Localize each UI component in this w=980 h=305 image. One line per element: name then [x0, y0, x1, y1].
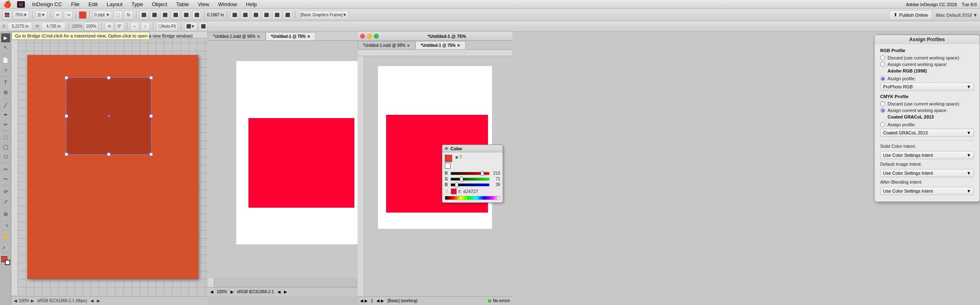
publish-online-btn[interactable]: ⬆ Publish Online [889, 10, 932, 20]
doc2-next-btn[interactable]: ▶ [231, 290, 234, 294]
fx-btn[interactable]: fx [124, 11, 133, 20]
menu-view[interactable]: View [196, 0, 211, 8]
cmyk-assign-working-radio[interactable] [880, 108, 885, 113]
stroke-swatch-small[interactable] [445, 163, 450, 169]
auto-fit-check[interactable]: ☐ Auto-Fit [156, 22, 178, 31]
fill-color-swatch[interactable] [79, 11, 86, 19]
scroll-right-btn[interactable]: ▶ [97, 298, 100, 303]
doc2-scroll-l[interactable]: ◀ [277, 290, 281, 294]
maximize-btn-3[interactable] [374, 34, 379, 39]
after-blending-intent-dropdown[interactable]: Use Color Settings Intent ▼ [880, 187, 974, 195]
menu-layout[interactable]: Layout [105, 0, 124, 8]
menu-object[interactable]: Object [150, 0, 169, 8]
menu-edit[interactable]: Edit [87, 0, 99, 8]
align-bottom-btn[interactable]: ⬛ [192, 11, 201, 20]
eyedropper-tool[interactable]: 🔍 [1, 219, 10, 228]
distribute3-btn[interactable]: ⬛ [251, 11, 260, 20]
gamut-alert-swatch[interactable] [451, 189, 457, 194]
direct-select-tool[interactable]: ↖ [1, 43, 10, 52]
y-value-input[interactable]: 4.705 in [41, 22, 66, 31]
doc-tab-3-2[interactable]: *Untitled-1 @ 75% ✕ [415, 41, 466, 49]
doc2-scroll-r[interactable]: ▶ [284, 290, 287, 294]
close-btn-3[interactable] [360, 34, 365, 39]
next-page-btn[interactable]: ▶ [31, 298, 34, 303]
doc3-nav2[interactable]: ◀ ▶ [376, 298, 384, 303]
rgb-discard-row[interactable]: Discard (use current working space) [880, 55, 974, 60]
close-tab-2-2[interactable]: ✕ [307, 35, 310, 39]
doc3-nav-btns[interactable]: ◀ ▶ [360, 298, 368, 303]
doc-tab-2-1[interactable]: *Untitled-1.indd @ 98% ✕ [208, 32, 266, 40]
use-spacing-btn[interactable]: ⬛ [199, 22, 208, 31]
scale-tool[interactable]: ⤢ [1, 197, 10, 206]
status-zoom-area[interactable]: ◀ 100% ▶ [14, 298, 34, 303]
menu-table[interactable]: Table [175, 0, 191, 8]
handle-bot-right[interactable] [149, 153, 153, 156]
page-tool[interactable]: 📄 [1, 56, 10, 65]
default-image-intent-dropdown[interactable]: Use Color Settings Intent ▼ [880, 169, 974, 177]
distribute6-btn[interactable]: ⬛ [283, 11, 292, 20]
scissors-tool[interactable]: ✂ [1, 165, 10, 174]
align-right-btn[interactable]: ⬛ [160, 11, 169, 20]
handle-top-left[interactable] [65, 76, 68, 79]
r-thumb[interactable] [481, 171, 484, 176]
fill-stroke-indicator[interactable] [1, 256, 10, 265]
handle-bot-center[interactable] [107, 153, 110, 156]
cmyk-assign-profile-radio[interactable] [880, 122, 885, 127]
x-value-input[interactable]: 5.2275 in [8, 22, 32, 31]
undo-btn[interactable]: ↩ [53, 11, 62, 20]
main-canvas-area[interactable] [18, 38, 208, 295]
color-panel-close[interactable]: ✕ [445, 147, 448, 151]
minimize-btn-3[interactable] [367, 34, 372, 39]
color-mode-icon2[interactable]: T [459, 155, 462, 160]
align-center-h-btn[interactable]: ⬛ [150, 11, 159, 20]
menu-window[interactable]: Window [217, 0, 239, 8]
menu-help[interactable]: Help [244, 0, 259, 8]
rect-tool[interactable]: ⬚ [1, 133, 10, 142]
distribute-btn[interactable]: ⬛ [230, 11, 239, 20]
handle-top-right[interactable] [149, 76, 153, 79]
close-tab-2-1[interactable]: ✕ [257, 35, 260, 39]
align-left-btn[interactable]: ⬛ [139, 11, 148, 20]
handle-bot-left[interactable] [65, 153, 68, 156]
rgb-assign-profile-radio[interactable] [880, 76, 885, 81]
flip-v-btn[interactable]: ↕ [141, 22, 150, 31]
handle-mid-left[interactable] [65, 114, 68, 118]
menu-file[interactable]: File [69, 0, 81, 8]
rotation-btn[interactable]: ⟲ [105, 22, 114, 31]
color-gradient-bar[interactable] [445, 196, 500, 200]
doc-tab-2-2[interactable]: *Untitled-1 @ 75% ✕ [266, 32, 316, 40]
zoom-tool[interactable]: 🔎 [1, 242, 10, 251]
view-options-btn[interactable]: ☰▼ [35, 11, 47, 20]
align-top-btn[interactable]: ⬛ [171, 11, 180, 20]
scroll-left-btn[interactable]: ◀ [90, 298, 94, 303]
rgb-assign-profile-row[interactable]: Assign profile: [880, 76, 974, 81]
r-slider[interactable] [450, 172, 490, 175]
b-slider[interactable] [450, 183, 490, 187]
pencil-tool[interactable]: ✏ [1, 120, 10, 129]
text-tool[interactable]: T [1, 78, 10, 87]
ellipse-tool[interactable]: ◯ [1, 143, 10, 151]
redo-btn[interactable]: ↪ [64, 11, 73, 20]
stroke-box[interactable] [5, 260, 10, 265]
doc-tab-3-1[interactable]: *Untitled-1.indd @ 98% ✕ [358, 41, 415, 49]
stroke-weight-btn[interactable]: 0 pt pt ▼ [92, 11, 112, 20]
cmyk-discard-radio[interactable] [880, 101, 885, 106]
cmyk-assign-working-row[interactable]: Assign current working space: [880, 108, 974, 113]
rotate-tool[interactable]: ⟳ [1, 187, 10, 196]
hand-tool[interactable]: ✋ [1, 232, 10, 241]
distribute4-btn[interactable]: ⬛ [262, 11, 271, 20]
prev-page-btn[interactable]: ◀ [14, 298, 17, 303]
align-center-v-btn[interactable]: ⬛ [182, 11, 191, 20]
fill-swatch-main[interactable] [445, 155, 452, 162]
polygon-tool[interactable]: ⬡ [1, 152, 10, 161]
rotation-value-input[interactable]: 0° [115, 22, 124, 31]
align-to-btn[interactable]: ⬛▼ [184, 22, 197, 31]
free-transform-tool[interactable]: ⊞ [1, 210, 10, 219]
pen-tool[interactable]: ✒ [1, 110, 10, 119]
profile-btn[interactable]: [Basic Graphics Frame] ▼ [298, 11, 349, 20]
bridge-btn[interactable]: 🌉 [2, 11, 11, 20]
canvas-scroll[interactable] [18, 38, 208, 295]
menu-indesign[interactable]: InDesign CC [31, 0, 64, 8]
close-tab-3-2[interactable]: ✕ [457, 44, 460, 48]
rgb-discard-radio[interactable] [880, 55, 885, 60]
